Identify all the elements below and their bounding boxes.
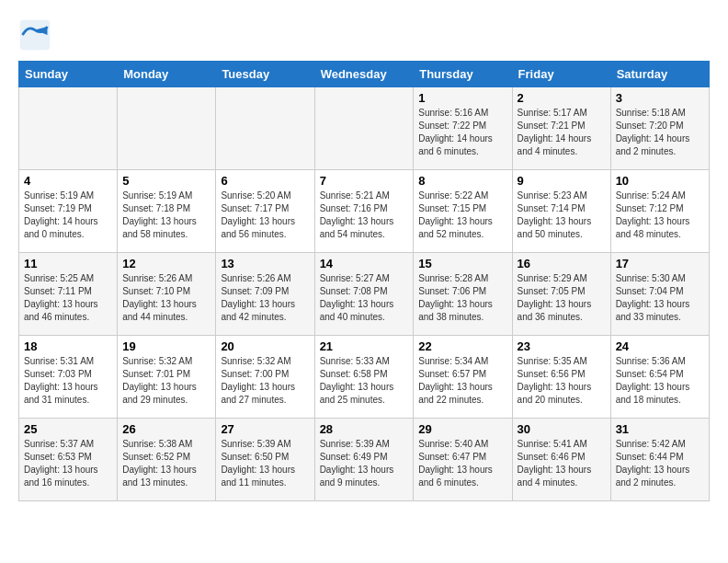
day-number: 28	[320, 422, 409, 436]
day-info: Sunrise: 5:29 AM Sunset: 7:05 PM Dayligh…	[518, 272, 606, 324]
weekday-header-sunday: Sunday	[19, 62, 118, 87]
day-info: Sunrise: 5:16 AM Sunset: 7:22 PM Dayligh…	[418, 107, 506, 158]
week-row-4: 18Sunrise: 5:31 AM Sunset: 7:03 PM Dayli…	[19, 336, 710, 419]
day-info: Sunrise: 5:22 AM Sunset: 7:15 PM Dayligh…	[418, 190, 506, 241]
day-info: Sunrise: 5:39 AM Sunset: 6:49 PM Dayligh…	[320, 438, 409, 489]
day-number: 13	[221, 257, 309, 270]
day-info: Sunrise: 5:25 AM Sunset: 7:11 PM Dayligh…	[24, 272, 112, 324]
day-cell-19: 19Sunrise: 5:32 AM Sunset: 7:01 PM Dayli…	[118, 336, 216, 419]
day-info: Sunrise: 5:32 AM Sunset: 7:00 PM Dayligh…	[221, 355, 309, 407]
day-number: 24	[616, 339, 704, 353]
day-info: Sunrise: 5:31 AM Sunset: 7:03 PM Dayligh…	[24, 355, 112, 407]
calendar: SundayMondayTuesdayWednesdayThursdayFrid…	[18, 61, 710, 501]
day-number: 23	[518, 339, 606, 353]
week-row-3: 11Sunrise: 5:25 AM Sunset: 7:11 PM Dayli…	[19, 253, 710, 336]
day-number: 4	[24, 174, 112, 188]
day-cell-13: 13Sunrise: 5:26 AM Sunset: 7:09 PM Dayli…	[216, 253, 314, 336]
day-number: 12	[122, 257, 210, 270]
day-info: Sunrise: 5:33 AM Sunset: 6:58 PM Dayligh…	[320, 355, 409, 407]
day-cell-9: 9Sunrise: 5:23 AM Sunset: 7:14 PM Daylig…	[512, 170, 610, 253]
day-cell-1: 1Sunrise: 5:16 AM Sunset: 7:22 PM Daylig…	[414, 87, 512, 170]
day-cell-22: 22Sunrise: 5:34 AM Sunset: 6:57 PM Dayli…	[414, 336, 512, 419]
day-info: Sunrise: 5:39 AM Sunset: 6:50 PM Dayligh…	[221, 438, 309, 489]
day-info: Sunrise: 5:18 AM Sunset: 7:20 PM Dayligh…	[616, 107, 704, 158]
day-cell-12: 12Sunrise: 5:26 AM Sunset: 7:10 PM Dayli…	[118, 253, 216, 336]
day-info: Sunrise: 5:41 AM Sunset: 6:46 PM Dayligh…	[518, 438, 606, 489]
day-number: 5	[122, 174, 210, 188]
day-cell-6: 6Sunrise: 5:20 AM Sunset: 7:17 PM Daylig…	[216, 170, 314, 253]
weekday-header-monday: Monday	[118, 62, 216, 87]
logo	[18, 18, 55, 52]
day-cell-11: 11Sunrise: 5:25 AM Sunset: 7:11 PM Dayli…	[19, 253, 118, 336]
week-row-1: 1Sunrise: 5:16 AM Sunset: 7:22 PM Daylig…	[19, 87, 710, 170]
day-cell-24: 24Sunrise: 5:36 AM Sunset: 6:54 PM Dayli…	[610, 336, 709, 419]
day-info: Sunrise: 5:42 AM Sunset: 6:44 PM Dayligh…	[616, 438, 704, 489]
day-number: 27	[221, 422, 309, 436]
day-cell-5: 5Sunrise: 5:19 AM Sunset: 7:18 PM Daylig…	[118, 170, 216, 253]
day-cell-7: 7Sunrise: 5:21 AM Sunset: 7:16 PM Daylig…	[314, 170, 414, 253]
day-cell-23: 23Sunrise: 5:35 AM Sunset: 6:56 PM Dayli…	[512, 336, 610, 419]
day-number: 10	[616, 174, 704, 188]
day-cell-4: 4Sunrise: 5:19 AM Sunset: 7:19 PM Daylig…	[19, 170, 118, 253]
day-number: 26	[122, 422, 210, 436]
day-info: Sunrise: 5:36 AM Sunset: 6:54 PM Dayligh…	[616, 355, 704, 407]
day-cell-empty	[314, 87, 414, 170]
day-info: Sunrise: 5:37 AM Sunset: 6:53 PM Dayligh…	[24, 438, 112, 489]
day-cell-empty	[216, 87, 314, 170]
logo-icon	[18, 18, 51, 52]
day-cell-27: 27Sunrise: 5:39 AM Sunset: 6:50 PM Dayli…	[216, 419, 314, 501]
day-info: Sunrise: 5:30 AM Sunset: 7:04 PM Dayligh…	[616, 272, 704, 324]
day-info: Sunrise: 5:26 AM Sunset: 7:09 PM Dayligh…	[221, 272, 309, 324]
day-cell-26: 26Sunrise: 5:38 AM Sunset: 6:52 PM Dayli…	[118, 419, 216, 501]
week-row-2: 4Sunrise: 5:19 AM Sunset: 7:19 PM Daylig…	[19, 170, 710, 253]
week-row-5: 25Sunrise: 5:37 AM Sunset: 6:53 PM Dayli…	[19, 419, 710, 501]
day-cell-18: 18Sunrise: 5:31 AM Sunset: 7:03 PM Dayli…	[19, 336, 118, 419]
day-cell-21: 21Sunrise: 5:33 AM Sunset: 6:58 PM Dayli…	[314, 336, 414, 419]
day-cell-31: 31Sunrise: 5:42 AM Sunset: 6:44 PM Dayli…	[610, 419, 709, 501]
day-number: 17	[616, 257, 704, 270]
day-info: Sunrise: 5:19 AM Sunset: 7:19 PM Dayligh…	[24, 190, 112, 241]
day-number: 9	[518, 174, 606, 188]
day-number: 19	[122, 339, 210, 353]
header	[18, 18, 710, 52]
day-info: Sunrise: 5:19 AM Sunset: 7:18 PM Dayligh…	[122, 190, 210, 241]
weekday-header-saturday: Saturday	[610, 62, 709, 87]
day-number: 16	[518, 257, 606, 270]
day-cell-29: 29Sunrise: 5:40 AM Sunset: 6:47 PM Dayli…	[414, 419, 512, 501]
day-info: Sunrise: 5:40 AM Sunset: 6:47 PM Dayligh…	[418, 438, 506, 489]
day-cell-16: 16Sunrise: 5:29 AM Sunset: 7:05 PM Dayli…	[512, 253, 610, 336]
day-cell-8: 8Sunrise: 5:22 AM Sunset: 7:15 PM Daylig…	[414, 170, 512, 253]
day-number: 1	[418, 91, 506, 105]
day-number: 7	[320, 174, 409, 188]
day-number: 31	[616, 422, 704, 436]
day-number: 14	[320, 257, 409, 270]
day-info: Sunrise: 5:34 AM Sunset: 6:57 PM Dayligh…	[418, 355, 506, 407]
day-info: Sunrise: 5:27 AM Sunset: 7:08 PM Dayligh…	[320, 272, 409, 324]
weekday-header-thursday: Thursday	[414, 62, 512, 87]
day-number: 3	[616, 91, 704, 105]
day-cell-14: 14Sunrise: 5:27 AM Sunset: 7:08 PM Dayli…	[314, 253, 414, 336]
day-number: 2	[518, 91, 606, 105]
day-info: Sunrise: 5:17 AM Sunset: 7:21 PM Dayligh…	[518, 107, 606, 158]
day-number: 30	[518, 422, 606, 436]
day-number: 11	[24, 257, 112, 270]
day-info: Sunrise: 5:38 AM Sunset: 6:52 PM Dayligh…	[122, 438, 210, 489]
day-info: Sunrise: 5:32 AM Sunset: 7:01 PM Dayligh…	[122, 355, 210, 407]
day-cell-empty	[19, 87, 118, 170]
day-number: 6	[221, 174, 309, 188]
day-cell-17: 17Sunrise: 5:30 AM Sunset: 7:04 PM Dayli…	[610, 253, 709, 336]
day-cell-30: 30Sunrise: 5:41 AM Sunset: 6:46 PM Dayli…	[512, 419, 610, 501]
day-info: Sunrise: 5:35 AM Sunset: 6:56 PM Dayligh…	[518, 355, 606, 407]
day-cell-10: 10Sunrise: 5:24 AM Sunset: 7:12 PM Dayli…	[610, 170, 709, 253]
day-info: Sunrise: 5:20 AM Sunset: 7:17 PM Dayligh…	[221, 190, 309, 241]
svg-rect-0	[20, 20, 50, 50]
day-cell-20: 20Sunrise: 5:32 AM Sunset: 7:00 PM Dayli…	[216, 336, 314, 419]
day-info: Sunrise: 5:24 AM Sunset: 7:12 PM Dayligh…	[616, 190, 704, 241]
day-number: 29	[418, 422, 506, 436]
day-number: 15	[418, 257, 506, 270]
day-cell-28: 28Sunrise: 5:39 AM Sunset: 6:49 PM Dayli…	[314, 419, 414, 501]
day-cell-empty	[118, 87, 216, 170]
day-cell-25: 25Sunrise: 5:37 AM Sunset: 6:53 PM Dayli…	[19, 419, 118, 501]
weekday-header-friday: Friday	[512, 62, 610, 87]
day-number: 20	[221, 339, 309, 353]
